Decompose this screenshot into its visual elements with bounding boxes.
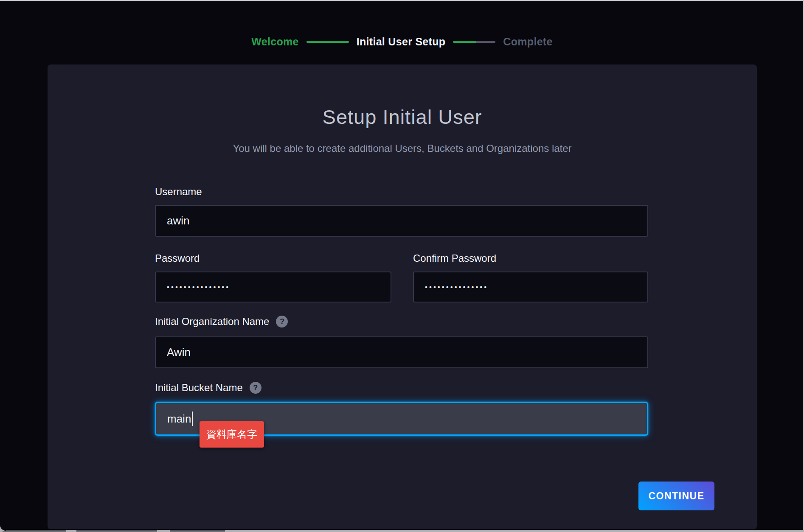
password-label: Password: [155, 252, 200, 264]
username-input[interactable]: [155, 205, 648, 237]
setup-wizard-screen: Welcome Initial User Setup Complete Setu…: [0, 0, 804, 532]
confirm-password-input[interactable]: [413, 272, 648, 302]
bucket-input-value: main: [167, 412, 191, 426]
background-window-content: [170, 530, 225, 532]
setup-stepper: Welcome Initial User Setup Complete: [0, 36, 804, 48]
background-window-content: [76, 530, 157, 532]
stepper-connector-2: [453, 41, 495, 43]
username-label-row: Username: [155, 186, 202, 198]
continue-button[interactable]: CONTINUE: [638, 482, 714, 510]
bucket-annotation-tooltip: 資料庫名字: [200, 421, 264, 448]
confirm-password-label: Confirm Password: [413, 252, 496, 264]
password-input[interactable]: [155, 272, 391, 302]
text-cursor: [192, 412, 193, 426]
bucket-label-row: Initial Bucket Name ?: [155, 382, 261, 394]
setup-card: Setup Initial User You will be able to c…: [48, 64, 757, 529]
organization-help-icon[interactable]: ?: [276, 316, 288, 328]
bucket-label: Initial Bucket Name: [155, 382, 243, 394]
username-label: Username: [155, 186, 202, 198]
password-label-row: Password: [155, 252, 200, 264]
window-edge-top: [0, 0, 804, 1]
page-subtitle: You will be able to create additional Us…: [48, 143, 757, 154]
stepper-step-initial-user-setup[interactable]: Initial User Setup: [357, 36, 446, 48]
organization-label-row: Initial Organization Name ?: [155, 316, 288, 328]
organization-label: Initial Organization Name: [155, 316, 269, 328]
page-title: Setup Initial User: [48, 105, 757, 129]
organization-input[interactable]: [155, 336, 648, 368]
window-rounded-corner: [0, 525, 6, 531]
bucket-help-icon[interactable]: ?: [250, 382, 261, 394]
stepper-step-welcome[interactable]: Welcome: [251, 36, 298, 48]
stepper-connector-1: [306, 41, 349, 43]
stepper-step-complete[interactable]: Complete: [503, 36, 552, 48]
confirm-password-label-row: Confirm Password: [413, 252, 496, 264]
background-window-content: [3, 530, 66, 532]
